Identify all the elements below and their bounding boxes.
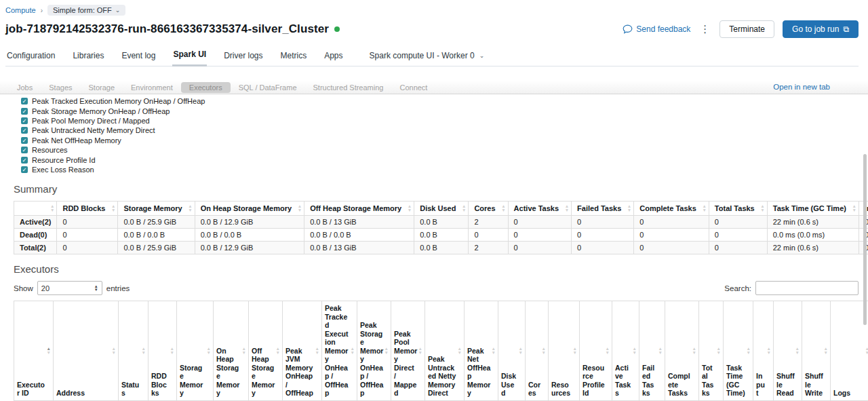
terminate-button[interactable]: Terminate (719, 20, 774, 38)
executors-column-header[interactable]: Input▲▼ (753, 301, 774, 401)
summary-column-header[interactable]: RDD Blocks▲▼ (57, 202, 118, 216)
summary-column-header[interactable]: Disk Used▲▼ (414, 202, 469, 216)
checkbox-checked-icon[interactable]: ✓ (21, 108, 28, 115)
executors-column-header[interactable]: Total Tasks▲▼ (699, 301, 724, 401)
metric-checkbox-row[interactable]: ✓Peak Net OffHeap Memory (21, 136, 859, 145)
breadcrumb-separator: › (41, 7, 43, 14)
metric-checkbox-row[interactable]: ✓Peak Tracked Execution Memory OnHeap / … (21, 96, 859, 106)
spark-nav-structured-streaming[interactable]: Structured Streaming (305, 82, 392, 93)
executors-column-header[interactable]: RDD Blocks▲▼ (149, 301, 177, 401)
executors-column-header[interactable]: Logs▲▼ (831, 301, 868, 401)
executors-column-header[interactable]: Storage Memory▲▼ (177, 301, 214, 401)
executors-column-header[interactable]: Active Tasks▲▼ (612, 301, 639, 401)
metric-checkbox-row[interactable]: ✓Peak Storage Memory OnHeap / OffHeap (21, 106, 859, 115)
go-to-job-run-button[interactable]: Go to job run ⧉ (783, 20, 859, 38)
tab-event-log[interactable]: Event log (121, 48, 156, 66)
summary-column-header[interactable]: On Heap Storage Memory▲▼ (195, 202, 304, 216)
sort-arrows-icon: ▲▼ (760, 204, 764, 212)
summary-row-label: Dead(0) (14, 229, 57, 242)
checkbox-checked-icon[interactable]: ✓ (21, 166, 28, 173)
summary-column-header[interactable]: Cores▲▼ (469, 202, 508, 216)
tab-libraries[interactable]: Libraries (72, 48, 104, 66)
sort-arrows-icon: ▲▼ (142, 347, 146, 355)
checkbox-checked-icon[interactable]: ✓ (21, 98, 28, 104)
sort-arrows-icon: ▲▼ (565, 204, 569, 212)
sort-arrows-icon: ▲▼ (50, 204, 54, 212)
metric-checkbox-row[interactable]: ✓Peak Untracked Netty Memory Direct (21, 126, 859, 135)
spark-nav-storage[interactable]: Storage (81, 82, 123, 93)
entries-label: entries (106, 284, 130, 292)
executors-column-header[interactable]: Task Time (GC Time)▲▼ (724, 301, 753, 401)
spark-nav-executors[interactable]: Executors (181, 82, 231, 93)
tab-spark-ui[interactable]: Spark UI (172, 47, 207, 66)
metric-checkbox-row[interactable]: ✓Peak Pool Memory Direct / Mapped (21, 116, 859, 126)
summary-column-header[interactable]: Complete Tasks▲▼ (634, 202, 709, 216)
executors-column-header[interactable]: Status▲▼ (119, 301, 149, 401)
kebab-menu-icon[interactable]: ⋮ (698, 23, 711, 35)
executors-column-header[interactable]: Off Heap Storage Memory▲▼ (249, 301, 283, 401)
summary-column-header[interactable]: Storage Memory▲▼ (118, 202, 195, 216)
checkbox-checked-icon[interactable]: ✓ (21, 127, 28, 134)
metric-checkbox-row[interactable]: ✓Resource Profile Id (21, 155, 859, 164)
summary-column-header[interactable]: ▲▼ (14, 202, 57, 216)
search-input[interactable] (755, 281, 859, 295)
breadcrumb-compute-link[interactable]: Compute (5, 6, 36, 14)
open-in-new-tab-link[interactable]: Open in new tab (773, 83, 830, 91)
spark-nav-stages[interactable]: Stages (41, 82, 80, 93)
checkbox-checked-icon[interactable]: ✓ (21, 117, 28, 124)
executors-column-header[interactable]: Address▲▼ (54, 301, 119, 401)
sort-arrows-icon: ▲▼ (824, 347, 828, 355)
tab-metrics[interactable]: Metrics (280, 48, 308, 66)
checkbox-checked-icon[interactable]: ✓ (21, 147, 28, 153)
checkbox-label: Exec Loss Reason (32, 166, 94, 174)
metric-checkbox-row[interactable]: ✓Resources (21, 145, 859, 155)
tab-driver-logs[interactable]: Driver logs (223, 48, 263, 66)
summary-column-header[interactable]: Active Tasks▲▼ (508, 202, 571, 216)
vertical-scrollbar-thumb[interactable] (863, 154, 867, 325)
metric-checkbox-row[interactable]: ✓Exec Loss Reason (21, 165, 859, 174)
spark-nav-jobs[interactable]: Jobs (9, 82, 41, 93)
executors-column-header[interactable]: Cores▲▼ (526, 301, 549, 401)
summary-column-header[interactable]: Total Tasks▲▼ (709, 202, 767, 216)
checkbox-checked-icon[interactable]: ✓ (21, 157, 28, 164)
executors-column-header[interactable]: Peak Untracked Netty Memory Direct▲▼ (425, 301, 465, 401)
executors-column-header[interactable]: Peak Tracked Execution Memory OnHeap / O… (322, 301, 357, 401)
executors-column-header[interactable]: Peak Net OffHeap Memory▲▼ (465, 301, 498, 401)
send-feedback-link[interactable]: Send feedback (623, 24, 690, 34)
executors-column-header[interactable]: Complete Tasks▲▼ (665, 301, 699, 401)
executors-column-header[interactable]: Peak JVM Memory OnHeap / OffHeap▲▼ (283, 301, 322, 401)
spark-nav-connect[interactable]: Connect (391, 82, 435, 93)
checkbox-checked-icon[interactable]: ✓ (21, 137, 28, 144)
executors-column-header[interactable]: Resources▲▼ (549, 301, 580, 401)
executors-column-header[interactable]: Failed Tasks▲▼ (639, 301, 665, 401)
summary-cell: 0.0 B / 0.0 B (195, 229, 304, 242)
executors-column-header[interactable]: Disk Used▲▼ (498, 301, 526, 401)
executors-column-header[interactable]: On Heap Storage Memory▲▼ (214, 301, 249, 401)
tab-apps[interactable]: Apps (323, 48, 343, 66)
summary-column-header[interactable]: Off Heap Storage Memory▲▼ (304, 202, 414, 216)
spark-nav-sql-dataframe[interactable]: SQL / DataFrame (231, 82, 305, 93)
executors-column-header[interactable]: Peak Pool Memory Direct / Mapped▲▼ (391, 301, 425, 401)
summary-column-header[interactable]: Failed Tasks▲▼ (572, 202, 634, 216)
summary-column-header[interactable]: Task Time (GC Time)▲▼ (767, 202, 859, 216)
simple-form-dropdown[interactable]: Simple form: OFF ⌄ (47, 5, 125, 16)
summary-row: Dead(0)00.0 B / 0.0 B0.0 B / 0.0 B0.0 B … (14, 229, 868, 242)
summary-cell: 0.0 B (414, 229, 469, 242)
executors-column-header[interactable]: Shuffle Write▲▼ (802, 301, 831, 401)
checkbox-label: Peak Pool Memory Direct / Mapped (32, 117, 150, 125)
executors-column-header[interactable]: Resource Profile Id▲▼ (580, 301, 612, 401)
spark-compute-worker-dropdown[interactable]: Spark compute UI - Worker 0⌄ (370, 51, 485, 66)
spark-nav-environment[interactable]: Environment (123, 82, 181, 93)
summary-cell: 0.0 B / 0.0 B (118, 229, 195, 242)
executors-column-header[interactable]: Peak Storage Memory OnHeap / OffHeap▲▼ (357, 301, 391, 401)
executors-column-header[interactable]: Executor ID▲▼ (14, 301, 54, 401)
summary-cell: 0 (469, 229, 508, 242)
chevron-down-icon: ⌄ (479, 52, 485, 59)
entries-select[interactable]: 20 ▲▼ (37, 281, 102, 295)
cluster-running-status-dot (334, 26, 340, 32)
executors-column-header[interactable]: Shuffle Read▲▼ (774, 301, 802, 401)
tab-configuration[interactable]: Configuration (6, 48, 56, 66)
summary-cell: 0 (634, 229, 709, 242)
sort-arrows-icon: ▲▼ (627, 204, 631, 212)
summary-cell: 22 min (0.6 s) (767, 216, 859, 229)
